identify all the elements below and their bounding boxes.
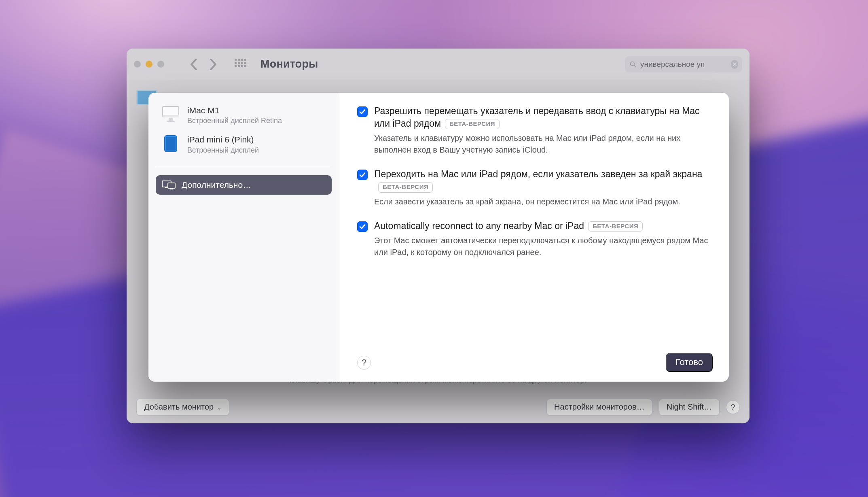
beta-badge: БЕТА-ВЕРСИЯ bbox=[378, 182, 433, 192]
nav-arrows bbox=[190, 59, 217, 70]
traffic-lights bbox=[134, 61, 164, 68]
option-title-text: Переходить на Mac или iPad рядом, если у… bbox=[374, 169, 702, 179]
svg-rect-3 bbox=[163, 115, 179, 117]
device-subtitle: Встроенный дисплей Retina bbox=[187, 117, 328, 125]
bottom-toolbar: Добавить монитор ⌄ Настройки мониторов… … bbox=[127, 391, 749, 423]
button-label: Настройки мониторов… bbox=[554, 402, 645, 412]
checkbox[interactable] bbox=[357, 106, 368, 117]
svg-rect-5 bbox=[167, 121, 175, 122]
dialog-sidebar: iMac M1 Встроенный дисплей Retina iPad m… bbox=[148, 93, 339, 382]
ipad-icon bbox=[161, 134, 180, 153]
back-icon[interactable] bbox=[190, 59, 197, 70]
forward-icon[interactable] bbox=[210, 59, 217, 70]
checkbox[interactable] bbox=[357, 170, 368, 180]
option-title: Переходить на Mac или iPad рядом, если у… bbox=[374, 168, 713, 193]
zoom-window-icon[interactable] bbox=[157, 61, 164, 68]
search-input[interactable] bbox=[640, 60, 727, 69]
beta-badge: БЕТА-ВЕРСИЯ bbox=[588, 221, 643, 232]
button-label: Night Shift… bbox=[667, 402, 712, 412]
svg-rect-7 bbox=[166, 137, 176, 151]
svg-point-0 bbox=[631, 62, 635, 66]
option-description: Указатель и клавиатуру можно использоват… bbox=[374, 132, 713, 156]
option-description: Этот Mac сможет автоматически переподклю… bbox=[374, 235, 713, 258]
minimize-window-icon[interactable] bbox=[146, 61, 152, 68]
clear-search-icon[interactable]: ✕ bbox=[731, 60, 738, 69]
device-row-ipad[interactable]: iPad mini 6 (Pink) Встроенный дисплей bbox=[156, 132, 332, 161]
sidebar-divider bbox=[156, 167, 332, 167]
svg-rect-9 bbox=[168, 183, 175, 188]
option-auto-reconnect: Automatically reconnect to any nearby Ma… bbox=[357, 220, 713, 258]
done-button[interactable]: Готово bbox=[666, 353, 713, 372]
option-title: Разрешить перемещать указатель и передав… bbox=[374, 105, 713, 130]
option-push-through-edge: Переходить на Mac или iPad рядом, если у… bbox=[357, 168, 713, 207]
option-title-text: Automatically reconnect to any nearby Ma… bbox=[374, 221, 584, 231]
show-all-prefs-icon[interactable] bbox=[235, 59, 246, 70]
checkmark-icon bbox=[359, 171, 366, 178]
svg-line-1 bbox=[634, 65, 635, 67]
night-shift-button[interactable]: Night Shift… bbox=[659, 399, 720, 416]
checkbox[interactable] bbox=[357, 221, 368, 232]
displays-icon bbox=[162, 180, 176, 190]
device-row-imac[interactable]: iMac M1 Встроенный дисплей Retina bbox=[156, 103, 332, 132]
checkmark-icon bbox=[359, 108, 366, 115]
device-subtitle: Встроенный дисплей bbox=[187, 146, 328, 155]
option-title: Automatically reconnect to any nearby Ma… bbox=[374, 220, 713, 232]
dialog-content: Разрешить перемещать указатель и передав… bbox=[339, 93, 729, 382]
beta-badge: БЕТА-ВЕРСИЯ bbox=[445, 119, 500, 129]
window-title: Мониторы bbox=[260, 58, 318, 70]
add-display-button[interactable]: Добавить монитор ⌄ bbox=[136, 399, 229, 416]
chevron-down-icon: ⌄ bbox=[217, 404, 222, 411]
display-settings-button[interactable]: Настройки мониторов… bbox=[546, 399, 652, 416]
window-toolbar: Мониторы ✕ bbox=[127, 49, 749, 80]
sidebar-item-label: Дополнительно… bbox=[182, 180, 251, 190]
search-icon bbox=[630, 60, 636, 68]
device-name: iPad mini 6 (Pink) bbox=[187, 134, 328, 145]
checkmark-icon bbox=[359, 223, 366, 230]
imac-icon bbox=[161, 105, 180, 122]
button-label: Добавить монитор bbox=[144, 402, 214, 412]
close-window-icon[interactable] bbox=[134, 61, 141, 68]
universal-control-dialog: iMac M1 Встроенный дисплей Retina iPad m… bbox=[148, 93, 729, 382]
option-allow-cursor-keyboard: Разрешить перемещать указатель и передав… bbox=[357, 105, 713, 156]
option-title-text: Разрешить перемещать указатель и передав… bbox=[374, 106, 700, 129]
svg-rect-4 bbox=[169, 118, 173, 121]
help-button[interactable]: ? bbox=[357, 356, 371, 370]
sidebar-item-advanced[interactable]: Дополнительно… bbox=[156, 175, 332, 195]
toolbar-search[interactable]: ✕ bbox=[625, 56, 742, 72]
option-description: Если завести указатель за край экрана, о… bbox=[374, 196, 713, 208]
help-button[interactable]: ? bbox=[726, 400, 740, 414]
dialog-footer: ? Готово bbox=[357, 353, 713, 372]
device-name: iMac M1 bbox=[187, 105, 328, 116]
